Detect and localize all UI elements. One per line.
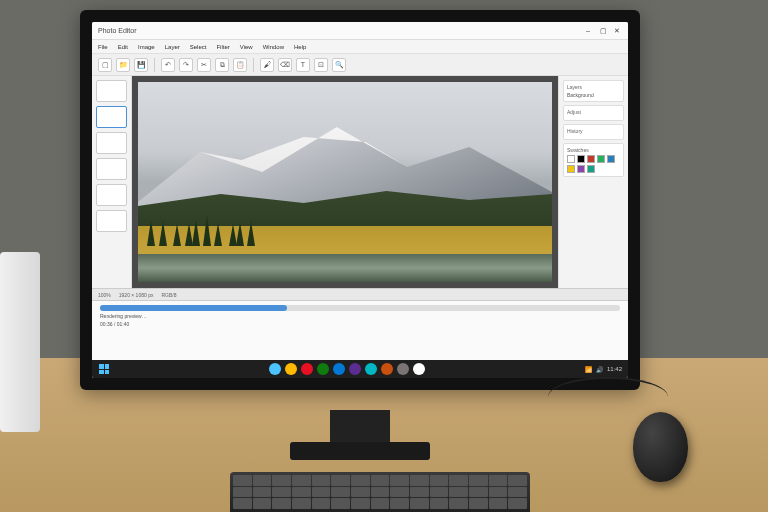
thumbnail[interactable]: [96, 106, 127, 128]
thumbnail[interactable]: [96, 210, 127, 232]
progress-time: 00:36 / 01:40: [100, 321, 620, 327]
menu-item[interactable]: View: [240, 44, 253, 50]
toolbar-separator: [253, 58, 254, 72]
os-taskbar[interactable]: 📶 🔊 11:42: [92, 360, 628, 378]
menu-item[interactable]: Window: [263, 44, 284, 50]
zoom-level[interactable]: 100%: [98, 292, 111, 298]
zoom-icon[interactable]: 🔍: [332, 58, 346, 72]
menubar: File Edit Image Layer Select Filter View…: [92, 40, 628, 54]
canvas-area[interactable]: [132, 76, 558, 288]
keyboard-key: [371, 475, 390, 486]
keyboard-key: [508, 498, 527, 509]
eraser-icon[interactable]: ⌫: [278, 58, 292, 72]
keyboard-key: [331, 487, 350, 498]
swatches-panel[interactable]: Swatches: [563, 143, 624, 177]
menu-item[interactable]: Edit: [118, 44, 128, 50]
menu-item[interactable]: Layer: [165, 44, 180, 50]
taskbar-pinned-apps: [269, 363, 425, 375]
window-controls: – ▢ ✕: [586, 27, 622, 35]
layers-panel[interactable]: Layers Background: [563, 80, 624, 102]
keyboard-key: [508, 487, 527, 498]
lower-panel: Rendering preview… 00:36 / 01:40: [92, 300, 628, 360]
adjust-panel[interactable]: Adjust: [563, 105, 624, 121]
taskbar-app-icon[interactable]: [381, 363, 393, 375]
keyboard-key: [233, 498, 252, 509]
redo-icon[interactable]: ↷: [179, 58, 193, 72]
color-swatch[interactable]: [587, 165, 595, 173]
menu-item[interactable]: Select: [190, 44, 207, 50]
minimize-icon[interactable]: –: [586, 27, 594, 35]
open-icon[interactable]: 📁: [116, 58, 130, 72]
menu-item[interactable]: Help: [294, 44, 306, 50]
keyboard-key: [410, 487, 429, 498]
thumbnail[interactable]: [96, 80, 127, 102]
color-swatch[interactable]: [587, 155, 595, 163]
swatches-title: Swatches: [567, 147, 620, 153]
status-bar: 100% 1920 × 1080 px RGB/8: [92, 288, 628, 300]
cut-icon[interactable]: ✂: [197, 58, 211, 72]
crop-icon[interactable]: ⊡: [314, 58, 328, 72]
history-title: History: [567, 128, 620, 134]
start-button[interactable]: [98, 363, 110, 375]
keyboard-key: [449, 498, 468, 509]
taskbar-app-icon[interactable]: [397, 363, 409, 375]
monitor: Photo Editor – ▢ ✕ File Edit Image Layer…: [80, 10, 640, 390]
keyboard-key: [469, 487, 488, 498]
keyboard: [230, 472, 530, 512]
thumbnail[interactable]: [96, 132, 127, 154]
layer-item[interactable]: Background: [567, 92, 620, 98]
keyboard-key: [351, 498, 370, 509]
toolbar-separator: [154, 58, 155, 72]
taskbar-app-icon[interactable]: [349, 363, 361, 375]
thumbnail[interactable]: [96, 158, 127, 180]
taskbar-app-icon[interactable]: [317, 363, 329, 375]
system-tray[interactable]: 📶 🔊 11:42: [585, 366, 622, 373]
brush-icon[interactable]: 🖌: [260, 58, 274, 72]
taskbar-app-icon[interactable]: [365, 363, 377, 375]
progress-bar[interactable]: [100, 305, 620, 311]
document-canvas[interactable]: [138, 82, 552, 282]
copy-icon[interactable]: ⧉: [215, 58, 229, 72]
close-icon[interactable]: ✕: [614, 27, 622, 35]
clock[interactable]: 11:42: [607, 366, 622, 372]
taskbar-app-icon[interactable]: [285, 363, 297, 375]
keyboard-key: [351, 475, 370, 486]
color-swatch[interactable]: [577, 155, 585, 163]
toolbar: ▢📁💾↶↷✂⧉📋🖌⌫T⊡🔍: [92, 54, 628, 76]
paste-icon[interactable]: 📋: [233, 58, 247, 72]
new-icon[interactable]: ▢: [98, 58, 112, 72]
save-icon[interactable]: 💾: [134, 58, 148, 72]
wifi-icon[interactable]: 📶: [585, 366, 592, 373]
color-swatch[interactable]: [597, 155, 605, 163]
mouse-cable: [548, 377, 668, 417]
screen: Photo Editor – ▢ ✕ File Edit Image Layer…: [92, 22, 628, 378]
landscape-trees: [146, 176, 270, 246]
menu-item[interactable]: Image: [138, 44, 155, 50]
color-swatch[interactable]: [567, 155, 575, 163]
taskbar-app-icon[interactable]: [269, 363, 281, 375]
taskbar-app-icon[interactable]: [301, 363, 313, 375]
menu-item[interactable]: Filter: [216, 44, 229, 50]
history-panel[interactable]: History: [563, 124, 624, 140]
menu-item[interactable]: File: [98, 44, 108, 50]
maximize-icon[interactable]: ▢: [600, 27, 608, 35]
taskbar-app-icon[interactable]: [333, 363, 345, 375]
text-icon[interactable]: T: [296, 58, 310, 72]
keyboard-key: [312, 498, 331, 509]
color-swatch[interactable]: [607, 155, 615, 163]
color-swatch[interactable]: [577, 165, 585, 173]
keyboard-key: [489, 487, 508, 498]
window-titlebar[interactable]: Photo Editor – ▢ ✕: [92, 22, 628, 40]
right-sidebar: Layers Background Adjust History Swatche…: [558, 76, 628, 288]
mouse: [633, 412, 688, 482]
keyboard-key: [312, 475, 331, 486]
progress-fill: [100, 305, 287, 311]
color-swatch[interactable]: [567, 165, 575, 173]
keyboard-key: [292, 487, 311, 498]
volume-icon[interactable]: 🔊: [596, 366, 603, 373]
desktop-speaker: [0, 252, 40, 432]
taskbar-app-icon[interactable]: [413, 363, 425, 375]
undo-icon[interactable]: ↶: [161, 58, 175, 72]
keyboard-key: [331, 475, 350, 486]
thumbnail[interactable]: [96, 184, 127, 206]
